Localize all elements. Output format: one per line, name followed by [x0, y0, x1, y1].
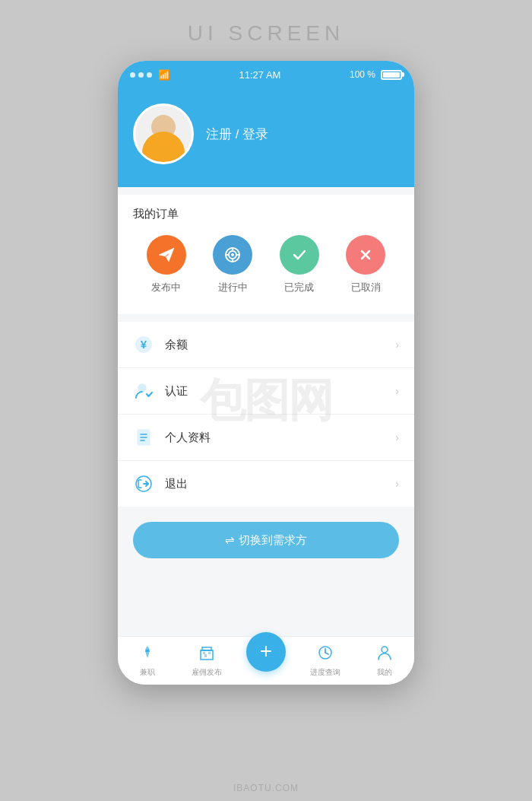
menu-item-balance[interactable]: ¥ 余额 ›	[118, 322, 414, 368]
document-icon	[133, 427, 154, 448]
order-label-completed: 已完成	[284, 281, 314, 294]
nav-item-progress[interactable]: 进度查询	[296, 644, 355, 678]
order-icon-inprogress	[213, 235, 252, 275]
nav-label-work: 兼职	[140, 667, 155, 678]
main-content: 我的订单 发布中	[118, 187, 414, 636]
menu-item-certification[interactable]: 认证 ›	[118, 368, 414, 415]
arrow-right-icon: ›	[395, 339, 399, 351]
status-time: 11:27 AM	[239, 69, 281, 81]
menu-label-logout: 退出	[165, 477, 188, 491]
exit-icon	[133, 473, 154, 494]
order-icons-row: 发布中 进	[133, 235, 399, 294]
menu-item-logout[interactable]: 退出 ›	[118, 461, 414, 507]
status-left: 📶	[130, 69, 170, 81]
menu-label-balance: 余额	[165, 338, 188, 352]
order-label-publishing: 发布中	[151, 281, 181, 294]
order-item-publishing[interactable]: 发布中	[147, 235, 186, 294]
svg-rect-21	[208, 652, 211, 654]
order-icon-publishing	[147, 235, 186, 275]
menu-label-certification: 认证	[165, 384, 188, 399]
order-label-cancelled: 已取消	[351, 281, 381, 294]
order-item-cancelled[interactable]: 已取消	[346, 235, 385, 294]
menu-item-profile[interactable]: 个人资料 ›	[118, 415, 414, 461]
nav-item-publish[interactable]: 雇佣发布	[177, 644, 236, 678]
switch-section: ⇌ 切换到需求方	[118, 507, 414, 574]
switch-button-label: ⇌ 切换到需求方	[225, 533, 306, 548]
svg-point-26	[382, 647, 388, 653]
svg-point-2	[231, 253, 234, 256]
battery-fill	[383, 72, 400, 78]
yuan-icon: ¥	[133, 334, 154, 355]
arrow-right-icon-4: ›	[395, 478, 399, 490]
order-item-inprogress[interactable]: 进行中	[213, 235, 252, 294]
svg-rect-20	[204, 654, 207, 657]
order-label-inprogress: 进行中	[218, 281, 248, 294]
avatar[interactable]	[133, 103, 194, 164]
nav-item-me[interactable]: 我的	[355, 644, 414, 678]
signal-dot-3	[147, 72, 152, 78]
register-login-text[interactable]: 注册 / 登录	[206, 126, 268, 143]
nav-item-add[interactable]: +	[236, 647, 296, 675]
header-section: 注册 / 登录	[118, 88, 414, 187]
phone-frame: 📶 11:27 AM 100 % 注册 / 登录 我的订单	[118, 61, 414, 685]
svg-rect-22	[203, 652, 205, 654]
page-title: UI SCREEN	[188, 21, 344, 46]
building-icon	[198, 644, 215, 665]
nav-label-progress: 进度查询	[310, 667, 340, 678]
order-item-completed[interactable]: 已完成	[280, 235, 319, 294]
menu-section: ¥ 余额 › 认证 ›	[118, 322, 414, 507]
add-button[interactable]: +	[246, 632, 286, 672]
person-icon	[376, 644, 393, 665]
svg-point-11	[138, 384, 146, 392]
status-bar: 📶 11:27 AM 100 %	[118, 61, 414, 88]
arrow-right-icon-3: ›	[395, 431, 399, 443]
bottom-credit: IBAOTU.COM	[233, 783, 299, 793]
clock-icon	[317, 644, 334, 665]
signal-dot-2	[138, 72, 144, 78]
arrow-right-icon-2: ›	[395, 385, 399, 397]
menu-label-profile: 个人资料	[165, 431, 211, 445]
svg-text:¥: ¥	[141, 338, 147, 351]
battery-percent: 100 %	[350, 69, 375, 80]
avatar-body	[142, 132, 185, 162]
order-icon-completed	[280, 235, 319, 275]
orders-title: 我的订单	[133, 207, 399, 221]
nav-label-publish: 雇佣发布	[192, 667, 222, 678]
status-right: 100 %	[350, 69, 402, 80]
nav-item-work[interactable]: 兼职	[118, 644, 177, 678]
svg-line-25	[325, 653, 328, 654]
wifi-icon: 📶	[158, 69, 170, 81]
orders-section: 我的订单 发布中	[118, 195, 414, 314]
battery-icon	[381, 70, 402, 80]
order-icon-cancelled	[346, 235, 385, 275]
signal-dot-1	[130, 72, 135, 78]
plus-icon: +	[260, 640, 272, 662]
person-check-icon	[133, 380, 154, 402]
nav-label-me: 我的	[377, 667, 392, 678]
switch-button[interactable]: ⇌ 切换到需求方	[133, 522, 399, 558]
tie-icon	[139, 644, 156, 665]
bottom-nav: 兼职 雇佣发布 +	[118, 636, 414, 685]
